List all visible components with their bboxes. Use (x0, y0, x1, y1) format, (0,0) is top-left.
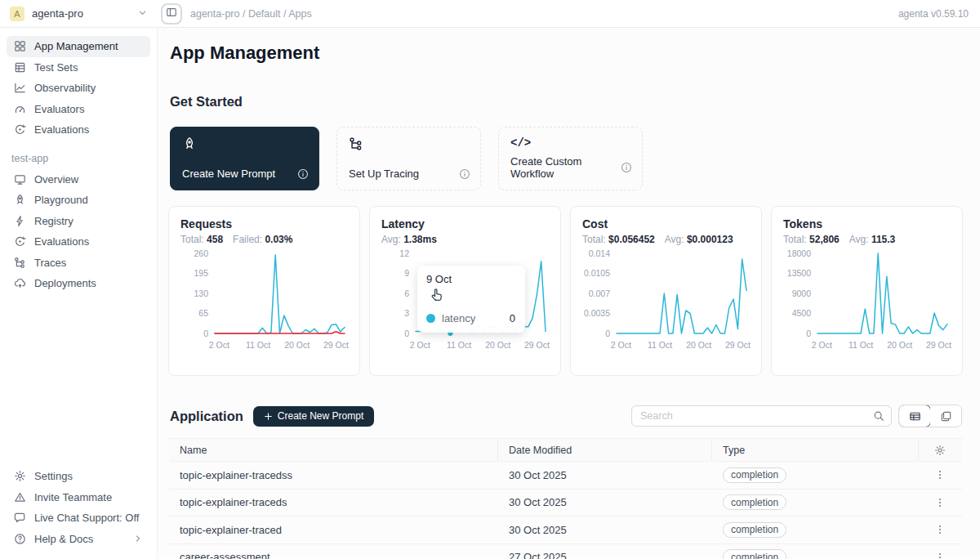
search-icon[interactable] (873, 410, 884, 422)
svg-text:130: 130 (194, 288, 208, 298)
code-icon: </> (510, 136, 630, 150)
svg-text:0: 0 (605, 329, 610, 338)
table-row-career-assessment[interactable]: career-assessment 27 Oct 2025 completion (169, 544, 962, 559)
app-name-cell: topic-explainer-tracedss (169, 469, 498, 481)
cost-metric-card: Cost Total: $0.056452Avg: $0.000123 00.0… (570, 206, 762, 376)
column-header-type[interactable]: Type (712, 439, 918, 461)
sidebar-item-app-management[interactable]: App Management (7, 36, 150, 57)
svg-text:2 Oct: 2 Oct (812, 340, 832, 350)
sidebar-item-evaluations[interactable]: Evaluations (7, 119, 150, 141)
sidebar-item-overview[interactable]: Overview (7, 169, 150, 190)
svg-text:0.014: 0.014 (589, 248, 610, 258)
cost-chart: 00.00350.0070.01050.0142 Oct11 Oct20 Oct… (582, 248, 751, 356)
view-toggle (898, 405, 962, 427)
card-label: Create Custom Workflow (510, 155, 621, 180)
svg-text:4500: 4500 (792, 308, 812, 318)
topbar: A agenta-pro agenta-pro / Default / Apps… (0, 0, 980, 28)
row-actions-button[interactable] (933, 522, 947, 537)
sidebar-item-registry[interactable]: Registry (7, 211, 150, 232)
svg-text:11 Oct: 11 Oct (849, 340, 873, 350)
create-new-prompt-button[interactable]: Create New Prompt (253, 406, 374, 427)
info-icon[interactable] (621, 162, 632, 173)
type-badge: completion (723, 522, 786, 538)
sidebar-item-evaluators[interactable]: Evaluators (7, 99, 150, 120)
column-header-date-modified[interactable]: Date Modified (498, 439, 712, 461)
svg-text:29 Oct: 29 Oct (725, 340, 751, 350)
svg-text:12: 12 (399, 248, 409, 258)
sidebar-app-nav: Overview Playground Registry Evaluations… (7, 169, 150, 294)
sidebar-item-help-docs[interactable]: Help & Docs (7, 529, 150, 550)
app-name-cell: topic-explainer-traceds (169, 496, 498, 508)
sidebar-item-invite-teammate[interactable]: Invite Teammate (7, 487, 150, 508)
chart-tooltip: 9 Oct latency 0 (417, 266, 525, 333)
sidebar-item-deployments[interactable]: Deployments (7, 273, 150, 294)
row-actions-button[interactable] (933, 495, 947, 510)
column-header-name[interactable]: Name (169, 439, 498, 461)
svg-text:2 Oct: 2 Oct (611, 340, 631, 350)
svg-text:0.0035: 0.0035 (584, 308, 610, 318)
chart-stats: Avg: 1.38ms (381, 234, 549, 245)
svg-text:11 Oct: 11 Oct (246, 340, 270, 350)
create-custom-workflow-card[interactable]: </> Create Custom Workflow (498, 127, 643, 190)
metrics-cards-row: Requests Total: 458Failed: 0.03% 0651301… (168, 206, 963, 376)
row-actions-button[interactable] (933, 467, 947, 482)
create-new-prompt-card[interactable]: Create New Prompt (170, 127, 319, 190)
svg-text:13500: 13500 (787, 268, 811, 278)
breadcrumb[interactable]: agenta-pro / Default / Apps (190, 8, 312, 20)
evaluations-icon (14, 123, 26, 136)
overview-icon (14, 173, 26, 186)
tokens-chart: 04500900013500180002 Oct11 Oct20 Oct29 O… (783, 248, 952, 356)
sidebar-toggle-button[interactable] (161, 3, 182, 25)
chart-stats: Total: $0.056452Avg: $0.000123 (582, 234, 750, 245)
type-badge: completion (723, 467, 786, 483)
svg-text:2 Oct: 2 Oct (209, 340, 229, 350)
observability-icon (14, 82, 26, 94)
sidebar-footer-nav: Settings Invite Teammate Live Chat Suppo… (7, 466, 150, 549)
sidebar-item-test-sets[interactable]: Test Sets (7, 57, 150, 78)
requests-chart: 0651301952602 Oct11 Oct20 Oct29 Oct (180, 248, 350, 356)
svg-text:20 Oct: 20 Oct (485, 340, 510, 350)
table-row-topic-explainer-tracedss[interactable]: topic-explainer-tracedss 30 Oct 2025 com… (169, 462, 962, 490)
svg-text:20 Oct: 20 Oct (686, 340, 711, 350)
search-input[interactable] (640, 410, 873, 422)
table-settings-gear-icon[interactable] (934, 445, 946, 456)
set-up-tracing-card[interactable]: Set Up Tracing (336, 127, 481, 190)
rocket-icon (14, 194, 26, 206)
row-actions-button[interactable] (933, 550, 947, 559)
get-started-cards: Create New Prompt Set Up Tracing (170, 127, 643, 190)
sidebar-item-observability[interactable]: Observability (7, 78, 150, 99)
tracing-icon (349, 136, 469, 151)
svg-text:0.007: 0.007 (589, 288, 610, 298)
sidebar-item-traces[interactable]: Traces (7, 253, 150, 274)
tokens-metric-card: Tokens Total: 52,806Avg: 115.3 045009000… (771, 206, 963, 376)
svg-text:9000: 9000 (792, 288, 812, 298)
app-name-cell: career-assessment (169, 551, 498, 559)
rocket-icon (182, 136, 307, 151)
sidebar-item-evaluations[interactable]: Evaluations (7, 231, 150, 253)
info-icon[interactable] (459, 168, 470, 180)
app-grid-icon (14, 40, 26, 52)
workspace-switcher[interactable]: A agenta-pro (0, 7, 158, 21)
tooltip-series-label: latency (442, 312, 475, 324)
table-row-topic-explainer-traceds[interactable]: topic-explainer-traceds 30 Oct 2025 comp… (169, 490, 962, 517)
card-view-button[interactable] (930, 405, 961, 427)
table-row-topic-explainer-traced[interactable]: topic-explainer-traced 30 Oct 2025 compl… (169, 517, 962, 544)
chevron-down-icon[interactable] (137, 7, 148, 21)
sidebar-item-settings[interactable]: Settings (7, 466, 150, 487)
table-view-button[interactable] (898, 405, 931, 427)
sidebar-item-live-chat-support-off[interactable]: Live Chat Support: Off (7, 508, 150, 529)
svg-text:260: 260 (194, 248, 208, 258)
chart-title: Tokens (783, 217, 951, 230)
sidebar-item-playground[interactable]: Playground (7, 190, 150, 211)
search-box (631, 405, 892, 427)
application-header: Application Create New Prompt (170, 405, 962, 427)
invite-icon (14, 491, 26, 503)
svg-text:2 Oct: 2 Oct (410, 340, 430, 350)
type-cell: completion (712, 494, 918, 510)
info-icon[interactable] (297, 168, 309, 180)
chart-title: Cost (582, 217, 750, 230)
svg-text:0.0105: 0.0105 (584, 268, 610, 278)
date-modified-cell: 30 Oct 2025 (498, 496, 712, 508)
svg-text:20 Oct: 20 Oct (284, 340, 310, 350)
date-modified-cell: 30 Oct 2025 (498, 469, 712, 481)
